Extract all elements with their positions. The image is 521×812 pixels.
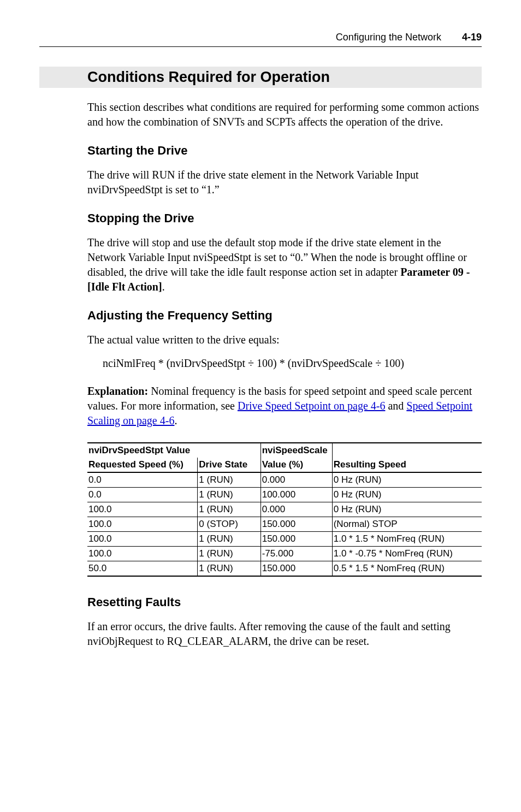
table-cell: 1 (RUN): [198, 547, 260, 561]
table-head-col1: Requested Speed (%): [87, 458, 198, 472]
header-page-number: 4-19: [462, 32, 482, 43]
table-cell: 0 (STOP): [198, 517, 260, 532]
stop-body-post: .: [162, 281, 165, 293]
table-cell: (Normal) STOP: [332, 517, 482, 532]
table-row: 0.0 1 (RUN) 0.000 0 Hz (RUN): [87, 472, 482, 488]
table-cell: 100.0: [87, 502, 198, 517]
heading-stopping-drive: Stopping the Drive: [87, 211, 482, 226]
table-row: 100.0 1 (RUN) -75.000 1.0 * -0.75 * NomF…: [87, 547, 482, 561]
table-cell: 0.000: [260, 472, 332, 488]
adjust-explanation: Explanation: Nominal frequency is the ba…: [87, 384, 482, 428]
table-cell: 1.0 * 1.5 * NomFreq (RUN): [332, 532, 482, 547]
table-head-group1: nviDrvSpeedStpt Value: [87, 443, 260, 458]
speed-table: nviDrvSpeedStpt Value nviSpeedScale Requ…: [87, 442, 482, 577]
table-cell: 0.5 * 1.5 * NomFreq (RUN): [332, 561, 482, 577]
adjust-lead: The actual value written to the drive eq…: [87, 333, 482, 347]
table-cell: 100.0: [87, 532, 198, 547]
page: Configuring the Network 4-19 Conditions …: [0, 0, 521, 702]
table-head-col2: Drive State: [198, 458, 260, 472]
table-row: 100.0 1 (RUN) 150.000 1.0 * 1.5 * NomFre…: [87, 532, 482, 547]
table-cell: 1 (RUN): [198, 532, 260, 547]
table-cell: 1 (RUN): [198, 488, 260, 502]
page-title: Conditions Required for Operation: [87, 69, 482, 86]
table-cell: 1 (RUN): [198, 502, 260, 517]
table-head-col3a: nviSpeedScale: [260, 443, 332, 458]
table-cell: 150.000: [260, 517, 332, 532]
table-cell: 1 (RUN): [198, 561, 260, 577]
table-row: 100.0 0 (STOP) 150.000 (Normal) STOP: [87, 517, 482, 532]
table-cell: 1.0 * -0.75 * NomFreq (RUN): [332, 547, 482, 561]
paragraph-stopping-drive: The drive will stop and use the default …: [87, 235, 482, 294]
table-row: 0.0 1 (RUN) 100.000 0 Hz (RUN): [87, 488, 482, 502]
table-cell: 0.000: [260, 502, 332, 517]
table-cell: -75.000: [260, 547, 332, 561]
heading-starting-drive: Starting the Drive: [87, 144, 482, 158]
link-drive-speed-setpoint[interactable]: Drive Speed Setpoint on page 4-6: [238, 400, 386, 412]
table-cell: 50.0: [87, 561, 198, 577]
table-cell: 100.000: [260, 488, 332, 502]
paragraph-resetting-faults: If an error occurs, the drive faults. Af…: [87, 619, 482, 649]
table-cell: 0.0: [87, 488, 198, 502]
header-chapter: Configuring the Network: [336, 32, 441, 43]
table-head-col4: Resulting Speed: [332, 458, 482, 472]
table-cell: 100.0: [87, 547, 198, 561]
intro-paragraph: This section describes what conditions a…: [87, 100, 482, 129]
section-title-bar: Conditions Required for Operation: [39, 67, 482, 88]
explanation-label: Explanation:: [87, 385, 148, 397]
page-header: Configuring the Network 4-19: [39, 32, 482, 47]
heading-adjusting-frequency: Adjusting the Frequency Setting: [87, 309, 482, 323]
table-cell: 150.000: [260, 532, 332, 547]
table-cell: 100.0: [87, 517, 198, 532]
table-row: 50.0 1 (RUN) 150.000 0.5 * 1.5 * NomFreq…: [87, 561, 482, 577]
table-cell: 150.000: [260, 561, 332, 577]
table-cell: 0.0: [87, 472, 198, 488]
heading-resetting-faults: Resetting Faults: [87, 595, 482, 609]
adjust-formula: nciNmlFreq * (nviDrvSpeedStpt ÷ 100) * (…: [103, 357, 482, 370]
table-cell: 0 Hz (RUN): [332, 472, 482, 488]
table-cell: 1 (RUN): [198, 472, 260, 488]
table-cell: 0 Hz (RUN): [332, 502, 482, 517]
table-row: 100.0 1 (RUN) 0.000 0 Hz (RUN): [87, 502, 482, 517]
table-cell: 0 Hz (RUN): [332, 488, 482, 502]
table-head-col3b: Value (%): [260, 458, 332, 472]
explanation-mid: and: [385, 400, 406, 412]
paragraph-starting-drive: The drive will RUN if the drive state el…: [87, 168, 482, 197]
explanation-post: .: [174, 414, 177, 426]
